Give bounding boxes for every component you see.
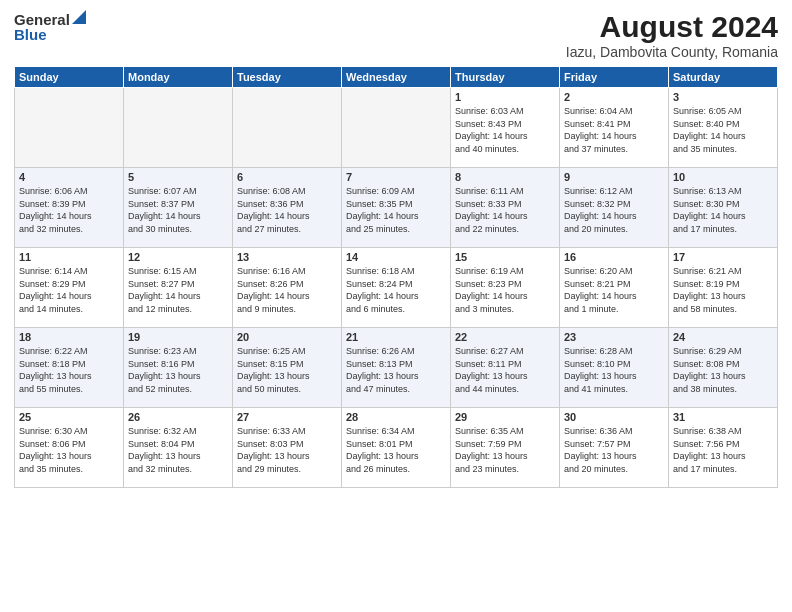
day-info: Sunrise: 6:33 AM Sunset: 8:03 PM Dayligh… — [237, 425, 337, 475]
day-number: 9 — [564, 171, 664, 183]
header: General Blue August 2024 Iazu, Dambovita… — [14, 10, 778, 60]
day-number: 16 — [564, 251, 664, 263]
day-number: 24 — [673, 331, 773, 343]
calendar-cell: 27Sunrise: 6:33 AM Sunset: 8:03 PM Dayli… — [233, 408, 342, 488]
calendar-cell: 7Sunrise: 6:09 AM Sunset: 8:35 PM Daylig… — [342, 168, 451, 248]
day-info: Sunrise: 6:23 AM Sunset: 8:16 PM Dayligh… — [128, 345, 228, 395]
day-number: 28 — [346, 411, 446, 423]
col-wednesday: Wednesday — [342, 67, 451, 88]
calendar-cell: 24Sunrise: 6:29 AM Sunset: 8:08 PM Dayli… — [669, 328, 778, 408]
calendar-table: Sunday Monday Tuesday Wednesday Thursday… — [14, 66, 778, 488]
day-number: 25 — [19, 411, 119, 423]
day-info: Sunrise: 6:21 AM Sunset: 8:19 PM Dayligh… — [673, 265, 773, 315]
day-number: 1 — [455, 91, 555, 103]
day-number: 5 — [128, 171, 228, 183]
day-info: Sunrise: 6:08 AM Sunset: 8:36 PM Dayligh… — [237, 185, 337, 235]
calendar-cell — [124, 88, 233, 168]
logo-general-text: General — [14, 11, 70, 28]
day-number: 21 — [346, 331, 446, 343]
day-info: Sunrise: 6:32 AM Sunset: 8:04 PM Dayligh… — [128, 425, 228, 475]
calendar-cell: 31Sunrise: 6:38 AM Sunset: 7:56 PM Dayli… — [669, 408, 778, 488]
day-info: Sunrise: 6:15 AM Sunset: 8:27 PM Dayligh… — [128, 265, 228, 315]
day-info: Sunrise: 6:35 AM Sunset: 7:59 PM Dayligh… — [455, 425, 555, 475]
day-number: 3 — [673, 91, 773, 103]
calendar-cell: 23Sunrise: 6:28 AM Sunset: 8:10 PM Dayli… — [560, 328, 669, 408]
day-info: Sunrise: 6:11 AM Sunset: 8:33 PM Dayligh… — [455, 185, 555, 235]
calendar-week-row: 11Sunrise: 6:14 AM Sunset: 8:29 PM Dayli… — [15, 248, 778, 328]
calendar-cell: 10Sunrise: 6:13 AM Sunset: 8:30 PM Dayli… — [669, 168, 778, 248]
day-number: 30 — [564, 411, 664, 423]
calendar-cell: 14Sunrise: 6:18 AM Sunset: 8:24 PM Dayli… — [342, 248, 451, 328]
day-info: Sunrise: 6:06 AM Sunset: 8:39 PM Dayligh… — [19, 185, 119, 235]
day-info: Sunrise: 6:30 AM Sunset: 8:06 PM Dayligh… — [19, 425, 119, 475]
day-info: Sunrise: 6:25 AM Sunset: 8:15 PM Dayligh… — [237, 345, 337, 395]
day-number: 23 — [564, 331, 664, 343]
day-number: 11 — [19, 251, 119, 263]
title-area: August 2024 Iazu, Dambovita County, Roma… — [566, 10, 778, 60]
calendar-cell — [15, 88, 124, 168]
day-number: 13 — [237, 251, 337, 263]
day-number: 10 — [673, 171, 773, 183]
col-monday: Monday — [124, 67, 233, 88]
calendar-cell: 22Sunrise: 6:27 AM Sunset: 8:11 PM Dayli… — [451, 328, 560, 408]
day-info: Sunrise: 6:13 AM Sunset: 8:30 PM Dayligh… — [673, 185, 773, 235]
day-info: Sunrise: 6:34 AM Sunset: 8:01 PM Dayligh… — [346, 425, 446, 475]
page-container: General Blue August 2024 Iazu, Dambovita… — [0, 0, 792, 612]
calendar-cell — [342, 88, 451, 168]
calendar-header-row: Sunday Monday Tuesday Wednesday Thursday… — [15, 67, 778, 88]
calendar-cell: 17Sunrise: 6:21 AM Sunset: 8:19 PM Dayli… — [669, 248, 778, 328]
day-info: Sunrise: 6:03 AM Sunset: 8:43 PM Dayligh… — [455, 105, 555, 155]
day-info: Sunrise: 6:27 AM Sunset: 8:11 PM Dayligh… — [455, 345, 555, 395]
calendar-cell: 13Sunrise: 6:16 AM Sunset: 8:26 PM Dayli… — [233, 248, 342, 328]
calendar-cell: 21Sunrise: 6:26 AM Sunset: 8:13 PM Dayli… — [342, 328, 451, 408]
calendar-cell: 16Sunrise: 6:20 AM Sunset: 8:21 PM Dayli… — [560, 248, 669, 328]
day-number: 8 — [455, 171, 555, 183]
day-info: Sunrise: 6:12 AM Sunset: 8:32 PM Dayligh… — [564, 185, 664, 235]
day-number: 2 — [564, 91, 664, 103]
calendar-cell: 15Sunrise: 6:19 AM Sunset: 8:23 PM Dayli… — [451, 248, 560, 328]
day-number: 12 — [128, 251, 228, 263]
day-number: 22 — [455, 331, 555, 343]
calendar-week-row: 4Sunrise: 6:06 AM Sunset: 8:39 PM Daylig… — [15, 168, 778, 248]
calendar-cell: 3Sunrise: 6:05 AM Sunset: 8:40 PM Daylig… — [669, 88, 778, 168]
day-info: Sunrise: 6:38 AM Sunset: 7:56 PM Dayligh… — [673, 425, 773, 475]
day-info: Sunrise: 6:20 AM Sunset: 8:21 PM Dayligh… — [564, 265, 664, 315]
calendar-week-row: 25Sunrise: 6:30 AM Sunset: 8:06 PM Dayli… — [15, 408, 778, 488]
day-number: 19 — [128, 331, 228, 343]
calendar-cell: 26Sunrise: 6:32 AM Sunset: 8:04 PM Dayli… — [124, 408, 233, 488]
location: Iazu, Dambovita County, Romania — [566, 44, 778, 60]
day-info: Sunrise: 6:09 AM Sunset: 8:35 PM Dayligh… — [346, 185, 446, 235]
day-info: Sunrise: 6:04 AM Sunset: 8:41 PM Dayligh… — [564, 105, 664, 155]
calendar-cell: 28Sunrise: 6:34 AM Sunset: 8:01 PM Dayli… — [342, 408, 451, 488]
calendar-cell: 1Sunrise: 6:03 AM Sunset: 8:43 PM Daylig… — [451, 88, 560, 168]
calendar-week-row: 1Sunrise: 6:03 AM Sunset: 8:43 PM Daylig… — [15, 88, 778, 168]
logo-blue-text: Blue — [14, 26, 47, 43]
col-tuesday: Tuesday — [233, 67, 342, 88]
col-sunday: Sunday — [15, 67, 124, 88]
col-friday: Friday — [560, 67, 669, 88]
day-info: Sunrise: 6:16 AM Sunset: 8:26 PM Dayligh… — [237, 265, 337, 315]
day-number: 17 — [673, 251, 773, 263]
col-saturday: Saturday — [669, 67, 778, 88]
day-info: Sunrise: 6:05 AM Sunset: 8:40 PM Dayligh… — [673, 105, 773, 155]
col-thursday: Thursday — [451, 67, 560, 88]
day-info: Sunrise: 6:18 AM Sunset: 8:24 PM Dayligh… — [346, 265, 446, 315]
day-info: Sunrise: 6:22 AM Sunset: 8:18 PM Dayligh… — [19, 345, 119, 395]
day-number: 18 — [19, 331, 119, 343]
day-number: 14 — [346, 251, 446, 263]
calendar-cell: 6Sunrise: 6:08 AM Sunset: 8:36 PM Daylig… — [233, 168, 342, 248]
calendar-cell: 20Sunrise: 6:25 AM Sunset: 8:15 PM Dayli… — [233, 328, 342, 408]
calendar-cell: 2Sunrise: 6:04 AM Sunset: 8:41 PM Daylig… — [560, 88, 669, 168]
calendar-cell: 11Sunrise: 6:14 AM Sunset: 8:29 PM Dayli… — [15, 248, 124, 328]
calendar-cell — [233, 88, 342, 168]
calendar-cell: 12Sunrise: 6:15 AM Sunset: 8:27 PM Dayli… — [124, 248, 233, 328]
day-info: Sunrise: 6:29 AM Sunset: 8:08 PM Dayligh… — [673, 345, 773, 395]
day-number: 4 — [19, 171, 119, 183]
day-info: Sunrise: 6:07 AM Sunset: 8:37 PM Dayligh… — [128, 185, 228, 235]
calendar-cell: 5Sunrise: 6:07 AM Sunset: 8:37 PM Daylig… — [124, 168, 233, 248]
day-number: 20 — [237, 331, 337, 343]
day-info: Sunrise: 6:36 AM Sunset: 7:57 PM Dayligh… — [564, 425, 664, 475]
logo: General Blue — [14, 10, 86, 43]
day-number: 31 — [673, 411, 773, 423]
month-title: August 2024 — [566, 10, 778, 44]
